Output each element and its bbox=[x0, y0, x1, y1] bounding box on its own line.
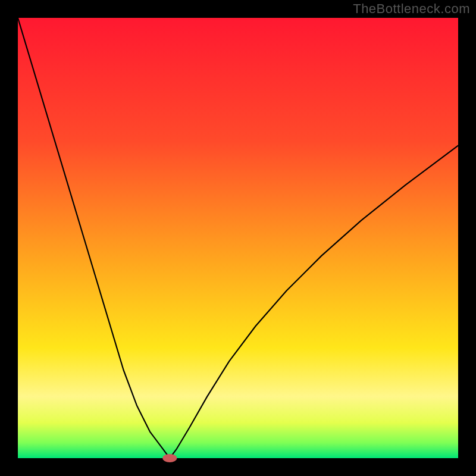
watermark-text: TheBottleneck.com bbox=[353, 1, 470, 17]
chart-frame: TheBottleneck.com bbox=[0, 0, 476, 476]
optimum-marker bbox=[162, 454, 177, 462]
bottleneck-chart bbox=[0, 0, 476, 476]
